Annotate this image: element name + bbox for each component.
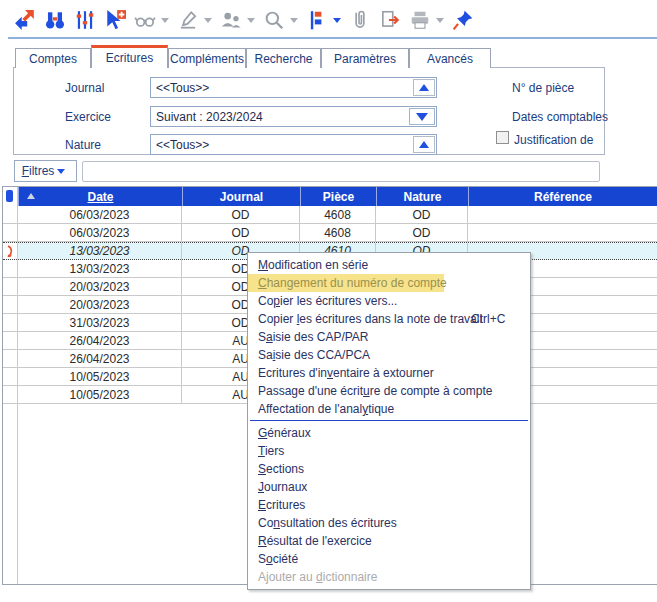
- row-gutter[interactable]: [3, 314, 18, 331]
- cell-reference[interactable]: [468, 224, 657, 241]
- tab-ecritures[interactable]: Ecritures: [91, 45, 168, 68]
- export-document-icon[interactable]: [378, 8, 402, 32]
- glasses-view-icon[interactable]: [133, 8, 157, 32]
- tab-comptes[interactable]: Comptes: [15, 48, 91, 68]
- exercice-dropdown-button[interactable]: [409, 108, 435, 125]
- menu-item[interactable]: Tiers: [248, 442, 530, 460]
- column-header-label: Date: [87, 190, 113, 204]
- menu-item[interactable]: Journaux: [248, 478, 530, 496]
- filter-settings-icon[interactable]: [73, 8, 97, 32]
- binoculars-search-icon[interactable]: [43, 8, 67, 32]
- tab-param-tres[interactable]: Paramètres: [321, 48, 409, 68]
- row-gutter[interactable]: [3, 368, 18, 385]
- cursor-add-icon[interactable]: [103, 8, 127, 32]
- flag-list-icon[interactable]: [305, 8, 329, 32]
- column-header-date[interactable]: Date: [18, 187, 182, 206]
- row-gutter[interactable]: [3, 260, 18, 277]
- journal-input[interactable]: <<Tous>>: [150, 77, 437, 98]
- row-gutter[interactable]: [3, 386, 18, 403]
- menu-item[interactable]: Copier les écritures vers...: [248, 292, 530, 310]
- cell-piece[interactable]: 4608: [300, 206, 376, 223]
- dropdown-caret-icon[interactable]: [333, 18, 341, 23]
- pushpin-icon[interactable]: [451, 8, 475, 32]
- cell-date[interactable]: 13/03/2023: [18, 260, 182, 277]
- menu-item[interactable]: Généraux: [248, 424, 530, 442]
- record-selector-header[interactable]: [3, 187, 18, 206]
- dropdown-caret-icon[interactable]: [290, 18, 298, 23]
- column-header-nature[interactable]: Nature: [376, 187, 468, 206]
- exercice-input[interactable]: Suivant : 2023/2024: [150, 106, 437, 127]
- cell-date[interactable]: 13/03/2023: [18, 243, 182, 259]
- menu-item[interactable]: Saisie des CAP/PAR: [248, 328, 530, 346]
- menu-item[interactable]: Passage d'une écriture de compte à compt…: [248, 382, 530, 400]
- table-row[interactable]: 06/03/2023OD4608OD: [3, 224, 657, 242]
- menu-item[interactable]: Sections: [248, 460, 530, 478]
- cell-nature[interactable]: OD: [376, 224, 468, 241]
- row-gutter[interactable]: [3, 332, 18, 349]
- attachment-icon[interactable]: [348, 8, 372, 32]
- row-gutter[interactable]: [3, 278, 18, 295]
- menu-item[interactable]: Consultation des écritures: [248, 514, 530, 532]
- row-gutter[interactable]: [3, 350, 18, 367]
- dropdown-caret-icon[interactable]: [204, 18, 212, 23]
- tab-compl-ments[interactable]: Compléments: [168, 48, 246, 68]
- menu-item[interactable]: Ecritures: [248, 496, 530, 514]
- dropdown-caret-icon[interactable]: [161, 18, 169, 23]
- dropdown-caret-icon[interactable]: [247, 18, 255, 23]
- arrow-up-icon: [419, 84, 429, 91]
- menu-item[interactable]: Ecritures d'inventaire à extourner: [248, 364, 530, 382]
- zoom-icon[interactable]: [262, 8, 286, 32]
- cell-journal[interactable]: OD: [182, 224, 300, 241]
- tab-label: Recherche: [254, 52, 312, 66]
- row-gutter[interactable]: [3, 224, 18, 241]
- cell-nature[interactable]: OD: [376, 206, 468, 223]
- justification-checkbox[interactable]: [496, 131, 509, 144]
- table-row[interactable]: 06/03/2023OD4608OD: [3, 206, 657, 224]
- menu-item[interactable]: Saisie des CCA/PCA: [248, 346, 530, 364]
- tab-label: Paramètres: [334, 52, 396, 66]
- cell-date[interactable]: 26/04/2023: [18, 350, 182, 367]
- filter-input[interactable]: [82, 161, 600, 182]
- row-gutter[interactable]: [3, 206, 18, 223]
- cell-piece[interactable]: 4608: [300, 224, 376, 241]
- tab-label: Ecritures: [106, 51, 153, 65]
- tab-avanc-s[interactable]: Avancés: [409, 48, 491, 68]
- exercice-label: Exercice: [65, 110, 111, 124]
- journal-label: Journal: [65, 81, 104, 95]
- tab-bar: ComptesEcrituresComplémentsRecherchePara…: [15, 45, 491, 68]
- validate-stamp-icon[interactable]: [176, 8, 200, 32]
- filters-button[interactable]: Filtres: [14, 160, 77, 182]
- menu-item[interactable]: Société: [248, 550, 530, 568]
- row-gutter[interactable]: [3, 243, 18, 259]
- cell-date[interactable]: 20/03/2023: [18, 296, 182, 313]
- column-header-label: Journal: [220, 190, 263, 204]
- cell-date[interactable]: 31/03/2023: [18, 314, 182, 331]
- cell-date[interactable]: 20/03/2023: [18, 278, 182, 295]
- tab-label: Comptes: [29, 52, 77, 66]
- cell-reference[interactable]: [468, 206, 657, 223]
- print-icon[interactable]: [408, 8, 432, 32]
- cell-journal[interactable]: OD: [182, 206, 300, 223]
- tab-recherche[interactable]: Recherche: [246, 48, 321, 68]
- cell-date[interactable]: 26/04/2023: [18, 332, 182, 349]
- nature-input[interactable]: <<Tous>>: [150, 134, 437, 155]
- piece-number-label: N° de pièce: [512, 81, 574, 95]
- menu-item[interactable]: Affectation de l'analytique: [248, 400, 530, 418]
- menu-item[interactable]: Copier les écritures dans la note de tra…: [248, 310, 530, 328]
- nature-dropdown-button[interactable]: [413, 136, 435, 153]
- menu-item[interactable]: Résultat de l'exercice: [248, 532, 530, 550]
- row-gutter[interactable]: [3, 296, 18, 313]
- journal-dropdown-button[interactable]: [413, 79, 435, 96]
- cell-date[interactable]: 06/03/2023: [18, 224, 182, 241]
- column-header-piece[interactable]: Pièce: [300, 187, 376, 206]
- column-header-reference[interactable]: Référence: [468, 187, 657, 206]
- menu-item: Changement du numéro de compte: [248, 274, 530, 292]
- cell-date[interactable]: 10/05/2023: [18, 368, 182, 385]
- menu-item[interactable]: Modification en série: [248, 256, 530, 274]
- users-icon[interactable]: [219, 8, 243, 32]
- column-header-journal[interactable]: Journal: [182, 187, 300, 206]
- cell-date[interactable]: 10/05/2023: [18, 386, 182, 403]
- import-export-icon[interactable]: [13, 8, 37, 32]
- cell-date[interactable]: 06/03/2023: [18, 206, 182, 223]
- dropdown-caret-icon[interactable]: [436, 18, 444, 23]
